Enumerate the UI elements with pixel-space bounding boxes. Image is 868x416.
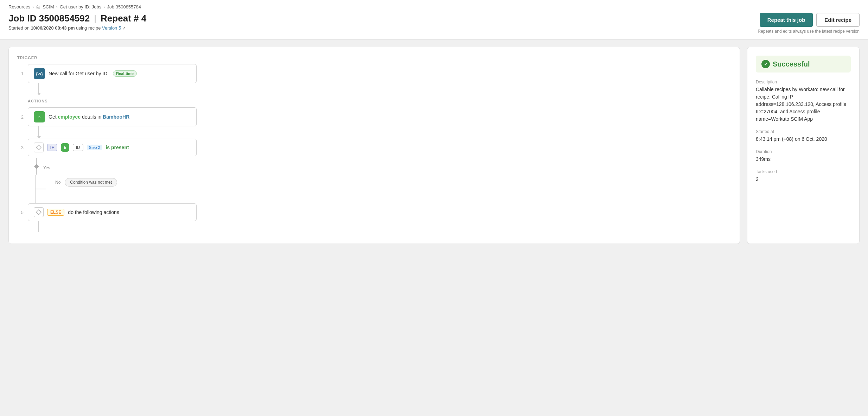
tasks-used-value: 2 [756,176,851,183]
arrow-1 [37,93,41,95]
success-header: ✓ Successful [756,56,851,73]
svg-marker-2 [36,145,41,150]
main-content: TRIGGER 1 {w} New call for Get user by I… [0,40,868,251]
yes-label: Yes [43,165,50,170]
is-present-text: is present [106,145,129,150]
condition-bubble: Condition was not met [65,178,117,187]
header-left: Job ID 3500854592 | Repeat # 4 Started o… [8,13,146,31]
else-badge: ELSE [47,209,64,216]
started-at-section: Started at 8:43:14 pm (+08) on 6 Oct, 20… [756,129,851,143]
tasks-used-label: Tasks used [756,169,851,174]
step5-text: do the following actions [68,209,119,215]
description-label: Description [756,80,851,84]
if-shape-icon [34,143,44,152]
header-main: Job ID 3500854592 | Repeat # 4 Started o… [8,13,860,34]
no-to-else-line [35,189,36,199]
duration-label: Duration [756,149,851,154]
step-num-3: 3 [17,145,24,150]
step-num-1: 1 [17,71,24,76]
breadcrumb-current: Job 3500855784 [107,4,141,10]
page-title: Job ID 3500854592 | Repeat # 4 [8,13,146,24]
title-divider: | [94,13,96,24]
svg-text:b: b [38,115,40,119]
duration-section: Duration 349ms [756,149,851,163]
tasks-used-section: Tasks used 2 [756,169,851,183]
subtitle-middle: using recipe [75,25,102,31]
breadcrumb-resources[interactable]: Resources [8,4,30,10]
step-row-3: 3 IF b ID St [17,139,731,156]
started-at-value: 8:43:14 pm (+08) on 6 Oct, 2020 [756,135,851,143]
step1-text: New call for Get user by ID [49,71,107,76]
connector-5 [38,221,39,228]
no-label: No [55,180,60,185]
id-badge: ID [73,144,83,151]
repeat-job-button[interactable]: Repeat this job [760,13,813,27]
started-at-label: Started at [756,129,851,134]
scim-stack-icon: 🗂 [36,4,40,10]
svg-marker-5 [36,210,41,215]
diamond-icon [34,164,39,169]
subtitle-date: 10/06/2020 08:43 pm [31,25,75,31]
breadcrumb-scim[interactable]: SCIM [43,4,54,10]
header-buttons: Repeat this job Edit recipe [760,13,860,27]
no-vertical-line [35,175,36,189]
bamboo-icon-2: b [34,111,45,122]
step2-link: BambooHR [103,114,129,120]
step-box-2[interactable]: b Get employee details in BambooHR [28,107,197,126]
branch-line-yes [36,168,37,175]
workato-icon: {w} [34,68,45,79]
step2-post: details in [81,114,103,120]
step-num-2: 2 [17,114,24,120]
page-subtitle: Started on 10/06/2020 08:43 pm using rec… [8,25,146,31]
actions-label: ACTIONS [28,99,731,103]
version-link[interactable]: Version 5 [102,25,121,31]
arrow-2 [37,136,41,139]
success-check-icon: ✓ [761,60,770,68]
description-value: Callable recipes by Workato: new call fo… [756,86,851,123]
flow-wrapper: TRIGGER 1 {w} New call for Get user by I… [17,56,731,232]
trigger-label: TRIGGER [17,56,731,60]
step-num-5: 5 [17,210,24,215]
if-badge: IF [47,144,57,151]
step-box-1[interactable]: {w} New call for Get user by ID Real-tim… [28,64,197,83]
connector-2 [38,126,39,136]
pre-else-line [35,199,36,203]
description-section: Description Callable recipes by Workato:… [756,80,851,123]
subtitle-prefix: Started on [8,25,31,31]
repeat-number: Repeat # 4 [101,13,146,24]
branch-area: Yes No Condition was not met [35,158,731,203]
svg-text:b: b [64,146,66,150]
else-child-line [38,228,66,232]
success-text: Successful [773,60,810,68]
step2-ref-badge: Step 2 [87,145,102,150]
duration-value: 349ms [756,156,851,163]
realtime-badge: Real-time [113,70,137,77]
breadcrumb-jobs[interactable]: Get user by ID: Jobs [60,4,102,10]
step-row-1: 1 {w} New call for Get user by ID Real-t… [17,64,731,83]
step-box-3[interactable]: IF b ID Step 2 is present [28,139,197,156]
no-horizontal-line [36,189,46,189]
step-box-5[interactable]: ELSE do the following actions [28,203,197,221]
breadcrumb-sep-1: › [32,5,34,10]
flow-panel: TRIGGER 1 {w} New call for Get user by I… [8,47,740,244]
job-id-title: Job ID 3500854592 [8,13,90,24]
external-link-icon: ↗ [122,26,126,30]
step2-highlight: employee [58,114,81,120]
header-note: Repeats and edits always use the latest … [758,29,860,34]
bamboo-icon-3: b [61,143,69,152]
else-shape-icon [34,207,44,217]
step2-pre: Get [49,114,58,120]
header-right: Repeat this job Edit recipe Repeats and … [758,13,860,34]
step-row-2: 2 b Get employee details in BambooHR [17,107,731,126]
connector-1 [38,83,39,93]
header-bar: Resources › 🗂 SCIM › Get user by ID: Job… [0,0,868,40]
step2-text: Get employee details in BambooHR [49,114,129,120]
breadcrumb-sep-2: › [56,5,58,10]
breadcrumb-sep-3: › [103,5,105,10]
side-panel: ✓ Successful Description Callable recipe… [747,47,860,244]
breadcrumb: Resources › 🗂 SCIM › Get user by ID: Job… [8,4,860,10]
edit-recipe-button[interactable]: Edit recipe [816,13,860,27]
step-row-5: 5 ELSE do the following actions [17,203,731,221]
